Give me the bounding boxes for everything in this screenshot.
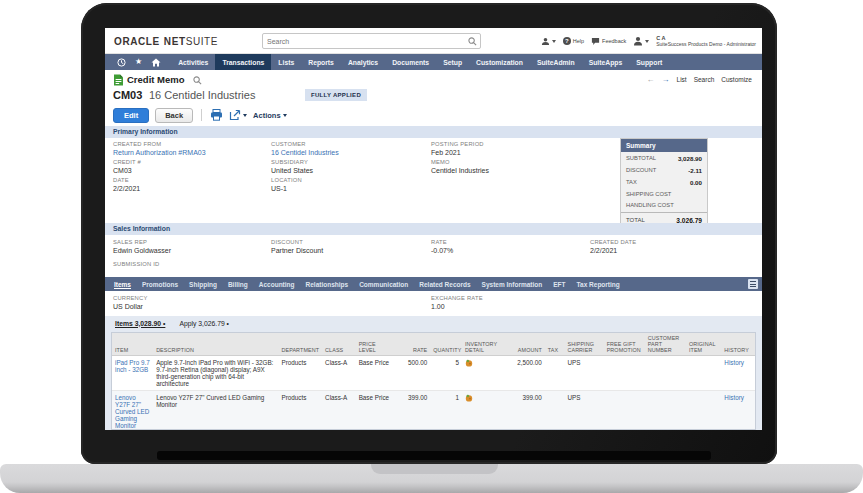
summary-row-discount: DISCOUNT -2.11 — [621, 164, 707, 176]
primary-information-header[interactable]: Primary Information — [105, 126, 762, 138]
field-value: US Dollar — [113, 303, 147, 310]
tab-related-records[interactable]: Related Records — [419, 281, 470, 288]
sales-information-header[interactable]: Sales Information — [105, 223, 762, 235]
shortcuts-star-icon[interactable]: ★ — [135, 54, 142, 70]
nav-item-customization[interactable]: Customization — [469, 54, 530, 70]
caret-down-icon — [283, 114, 287, 117]
search-link[interactable]: Search — [694, 76, 715, 83]
tab-menu-icon[interactable] — [748, 279, 758, 289]
caret-down-icon — [552, 40, 556, 43]
prev-record-arrow-icon[interactable]: ← — [647, 75, 655, 84]
col-department[interactable]: DEPARTMENT — [278, 333, 322, 356]
history-link[interactable]: History — [721, 391, 755, 431]
user-menu[interactable] — [633, 36, 649, 46]
record-heading: CM03 16 Centidel Industries FULLY APPLIE… — [105, 88, 762, 104]
table-row: Lenovo Y27F 27" Curved LED Gaming Monito… — [112, 391, 755, 431]
nav-item-reports[interactable]: Reports — [301, 54, 341, 70]
export-menu[interactable] — [229, 109, 247, 121]
item-original — [686, 356, 721, 391]
tab-accounting[interactable]: Accounting — [259, 281, 295, 288]
global-search-input[interactable] — [267, 34, 462, 48]
summary-label: SHIPPING COST — [626, 191, 671, 197]
history-link[interactable]: History — [721, 356, 755, 391]
col-quantity[interactable]: QUANTITY — [430, 333, 462, 356]
tab-tax-reporting[interactable]: Tax Reporting — [577, 281, 620, 288]
next-record-arrow-icon[interactable]: → — [662, 75, 670, 84]
field-label: DISCOUNT — [271, 239, 323, 245]
field-label: LOCATION — [271, 177, 302, 183]
tab-eft[interactable]: EFT — [553, 281, 565, 288]
list-link[interactable]: List — [677, 76, 687, 83]
edit-button[interactable]: Edit — [113, 108, 149, 123]
feedback-button[interactable]: Feedback — [591, 37, 626, 46]
search-icon[interactable] — [468, 37, 477, 46]
field-value: United States — [271, 167, 313, 174]
col-original-item[interactable]: ORIGINAL ITEM — [686, 333, 721, 356]
summary-value: 3,028.90 — [678, 155, 702, 162]
nav-item-suiteapps[interactable]: SuiteApps — [582, 54, 630, 70]
subtab-apply[interactable]: Apply 3,026.79 • — [179, 320, 229, 327]
col-shipping-carrier[interactable]: SHIPPING CARRIER — [564, 333, 603, 356]
tab-relationships[interactable]: Relationships — [306, 281, 349, 288]
nav-item-suiteadmin[interactable]: SuiteAdmin — [530, 54, 582, 70]
nav-item-activities[interactable]: Activities — [171, 54, 215, 70]
col-rate[interactable]: RATE — [395, 333, 430, 356]
created-from-link[interactable]: Return Authorization #RMA03 — [113, 149, 206, 156]
item-shipping-carrier: UPS — [564, 356, 603, 391]
customize-link[interactable]: Customize — [721, 76, 752, 83]
nav-item-documents[interactable]: Documents — [385, 54, 436, 70]
nav-item-setup[interactable]: Setup — [436, 54, 469, 70]
item-rate: 399.00 — [395, 391, 430, 431]
col-class[interactable]: CLASS — [322, 333, 356, 356]
tab-communication[interactable]: Communication — [359, 281, 408, 288]
subtab-items[interactable]: Items 3,028.90 • — [115, 320, 165, 327]
item-link[interactable]: Lenovo Y27F 27" Curved LED Gaming Monito… — [112, 391, 153, 431]
field-submission-id: SUBMISSION ID — [113, 261, 159, 269]
col-history[interactable]: HISTORY — [721, 333, 755, 356]
item-link[interactable]: iPad Pro 9.7 inch - 32GB — [112, 356, 153, 391]
summary-row-subtotal: SUBTOTAL 3,028.90 — [621, 152, 707, 164]
tab-shipping[interactable]: Shipping — [189, 281, 217, 288]
col-amount[interactable]: AMOUNT — [501, 333, 545, 356]
tab-system-information[interactable]: System Information — [482, 281, 543, 288]
col-free-gift-promotion[interactable]: FREE GIFT PROMOTION — [604, 333, 645, 356]
field-label: CREATED FROM — [113, 141, 206, 147]
tab-billing[interactable]: Billing — [228, 281, 248, 288]
tab-promotions[interactable]: Promotions — [142, 281, 178, 288]
summary-row-tax: TAX 0.00 — [621, 176, 707, 188]
global-search[interactable] — [262, 33, 481, 49]
logo-net: NET — [164, 36, 186, 47]
col-customer-part-number[interactable]: CUSTOMER PART NUMBER — [645, 333, 686, 356]
help-button[interactable]: ? Help — [563, 37, 584, 45]
back-button[interactable]: Back — [155, 108, 193, 123]
col-tax[interactable]: TAX — [545, 333, 565, 356]
customer-link[interactable]: 16 Centidel Industries — [271, 149, 339, 156]
nav-item-analytics[interactable]: Analytics — [341, 54, 385, 70]
col-item[interactable]: ITEM — [112, 333, 153, 356]
user-block[interactable]: C A SuiteSuccess Products Demo - Adminis… — [656, 35, 756, 47]
field-discount: DISCOUNT Partner Discount — [271, 239, 323, 254]
items-table: ITEM DESCRIPTION DEPARTMENT CLASS PRICE … — [112, 333, 755, 430]
actions-menu[interactable]: Actions — [253, 111, 287, 120]
col-price-level[interactable]: PRICE LEVEL — [356, 333, 395, 356]
inventory-detail-icon[interactable] — [465, 359, 473, 367]
recent-records-icon[interactable] — [117, 58, 126, 67]
item-tax — [545, 356, 565, 391]
tab-items[interactable]: Items — [114, 281, 131, 288]
print-icon[interactable] — [210, 109, 223, 121]
record-nav-links: ← → List Search Customize — [647, 75, 752, 84]
col-description[interactable]: DESCRIPTION — [153, 333, 278, 356]
inventory-detail-icon[interactable] — [465, 394, 473, 402]
field-value: Centidel Industries — [431, 167, 489, 174]
col-inventory-detail[interactable]: INVENTORY DETAIL — [462, 333, 501, 356]
roles-menu[interactable] — [541, 37, 556, 46]
items-table-wrap: ITEM DESCRIPTION DEPARTMENT CLASS PRICE … — [111, 332, 756, 430]
quick-search-icon[interactable] — [193, 76, 202, 85]
nav-item-transactions[interactable]: Transactions — [215, 54, 271, 70]
field-label: SUBMISSION ID — [113, 261, 159, 267]
nav-item-lists[interactable]: Lists — [271, 54, 301, 70]
item-rate: 500.00 — [395, 356, 430, 391]
field-location: LOCATION US-1 — [271, 177, 302, 192]
home-icon[interactable] — [151, 58, 161, 67]
nav-item-support[interactable]: Support — [629, 54, 669, 70]
